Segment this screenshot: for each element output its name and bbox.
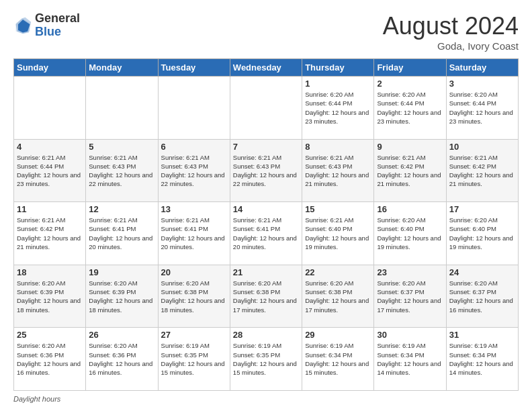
day-cell: 4Sunrise: 6:21 AM Sunset: 6:44 PM Daylig… <box>14 139 86 202</box>
day-info: Sunrise: 6:21 AM Sunset: 6:42 PM Dayligh… <box>377 153 443 189</box>
col-monday: Monday <box>86 59 158 77</box>
daylight-label: Daylight hours <box>13 395 60 403</box>
day-number: 28 <box>233 330 299 340</box>
page: General Blue August 2024 Goda, Ivory Coa… <box>0 0 532 411</box>
day-info: Sunrise: 6:20 AM Sunset: 6:38 PM Dayligh… <box>233 279 299 314</box>
day-number: 4 <box>17 142 83 152</box>
day-cell: 22Sunrise: 6:20 AM Sunset: 6:38 PM Dayli… <box>302 265 374 328</box>
header: General Blue August 2024 Goda, Ivory Coa… <box>13 12 519 52</box>
day-number: 27 <box>161 330 227 340</box>
day-cell: 5Sunrise: 6:21 AM Sunset: 6:43 PM Daylig… <box>86 139 158 202</box>
day-number: 31 <box>449 330 515 340</box>
day-cell: 31Sunrise: 6:19 AM Sunset: 6:34 PM Dayli… <box>446 328 518 391</box>
day-number: 9 <box>377 142 443 152</box>
day-info: Sunrise: 6:20 AM Sunset: 6:37 PM Dayligh… <box>449 279 515 314</box>
logo: General Blue <box>13 12 80 39</box>
logo-blue: Blue <box>35 25 61 38</box>
day-info: Sunrise: 6:21 AM Sunset: 6:40 PM Dayligh… <box>305 216 371 251</box>
day-number: 17 <box>449 204 515 214</box>
day-cell: 20Sunrise: 6:20 AM Sunset: 6:38 PM Dayli… <box>158 265 230 328</box>
day-info: Sunrise: 6:20 AM Sunset: 6:38 PM Dayligh… <box>161 279 227 314</box>
day-cell: 14Sunrise: 6:21 AM Sunset: 6:41 PM Dayli… <box>230 202 302 265</box>
day-info: Sunrise: 6:20 AM Sunset: 6:37 PM Dayligh… <box>377 279 443 314</box>
day-number: 8 <box>305 142 371 152</box>
day-info: Sunrise: 6:21 AM Sunset: 6:42 PM Dayligh… <box>449 153 515 189</box>
day-info: Sunrise: 6:20 AM Sunset: 6:36 PM Dayligh… <box>17 341 83 377</box>
col-sunday: Sunday <box>14 59 86 77</box>
logo-text: General Blue <box>35 12 80 39</box>
col-wednesday: Wednesday <box>230 59 302 77</box>
day-cell: 8Sunrise: 6:21 AM Sunset: 6:43 PM Daylig… <box>302 139 374 202</box>
day-cell: 9Sunrise: 6:21 AM Sunset: 6:42 PM Daylig… <box>374 139 446 202</box>
day-number: 22 <box>305 267 371 277</box>
week-row-2: 4Sunrise: 6:21 AM Sunset: 6:44 PM Daylig… <box>14 139 519 202</box>
col-tuesday: Tuesday <box>158 59 230 77</box>
day-number: 26 <box>89 330 154 340</box>
day-info: Sunrise: 6:21 AM Sunset: 6:41 PM Dayligh… <box>233 216 299 251</box>
day-cell: 26Sunrise: 6:20 AM Sunset: 6:36 PM Dayli… <box>86 328 158 391</box>
day-cell: 16Sunrise: 6:20 AM Sunset: 6:40 PM Dayli… <box>374 202 446 265</box>
day-info: Sunrise: 6:21 AM Sunset: 6:43 PM Dayligh… <box>305 153 371 189</box>
day-cell: 1Sunrise: 6:20 AM Sunset: 6:44 PM Daylig… <box>302 77 374 140</box>
day-number: 2 <box>377 79 443 89</box>
day-cell <box>158 77 230 140</box>
day-number: 10 <box>449 142 515 152</box>
week-row-4: 18Sunrise: 6:20 AM Sunset: 6:39 PM Dayli… <box>14 265 519 328</box>
day-info: Sunrise: 6:19 AM Sunset: 6:34 PM Dayligh… <box>305 341 371 377</box>
logo-icon <box>13 16 32 35</box>
day-number: 16 <box>377 204 443 214</box>
day-number: 30 <box>377 330 443 340</box>
day-number: 3 <box>449 79 515 89</box>
day-cell: 23Sunrise: 6:20 AM Sunset: 6:37 PM Dayli… <box>374 265 446 328</box>
day-info: Sunrise: 6:20 AM Sunset: 6:44 PM Dayligh… <box>449 90 515 126</box>
day-info: Sunrise: 6:19 AM Sunset: 6:35 PM Dayligh… <box>161 341 227 377</box>
col-saturday: Saturday <box>446 59 518 77</box>
day-number: 19 <box>89 267 154 277</box>
day-info: Sunrise: 6:21 AM Sunset: 6:43 PM Dayligh… <box>233 153 299 189</box>
day-number: 21 <box>233 267 299 277</box>
day-cell: 21Sunrise: 6:20 AM Sunset: 6:38 PM Dayli… <box>230 265 302 328</box>
day-cell: 24Sunrise: 6:20 AM Sunset: 6:37 PM Dayli… <box>446 265 518 328</box>
day-info: Sunrise: 6:19 AM Sunset: 6:34 PM Dayligh… <box>449 341 515 377</box>
day-number: 6 <box>161 142 227 152</box>
logo-general: General <box>35 11 80 25</box>
footer: Daylight hours <box>13 395 519 403</box>
day-info: Sunrise: 6:20 AM Sunset: 6:40 PM Dayligh… <box>377 216 443 251</box>
day-cell: 25Sunrise: 6:20 AM Sunset: 6:36 PM Dayli… <box>14 328 86 391</box>
day-number: 7 <box>233 142 299 152</box>
col-friday: Friday <box>374 59 446 77</box>
day-cell: 3Sunrise: 6:20 AM Sunset: 6:44 PM Daylig… <box>446 77 518 140</box>
week-row-5: 25Sunrise: 6:20 AM Sunset: 6:36 PM Dayli… <box>14 328 519 391</box>
day-cell <box>86 77 158 140</box>
day-number: 25 <box>17 330 83 340</box>
day-number: 14 <box>233 204 299 214</box>
day-number: 15 <box>305 204 371 214</box>
day-info: Sunrise: 6:21 AM Sunset: 6:42 PM Dayligh… <box>17 216 83 251</box>
calendar-table: Sunday Monday Tuesday Wednesday Thursday… <box>13 58 519 391</box>
day-number: 23 <box>377 267 443 277</box>
day-cell <box>14 77 86 140</box>
day-cell: 18Sunrise: 6:20 AM Sunset: 6:39 PM Dayli… <box>14 265 86 328</box>
day-cell: 17Sunrise: 6:20 AM Sunset: 6:40 PM Dayli… <box>446 202 518 265</box>
col-thursday: Thursday <box>302 59 374 77</box>
day-number: 24 <box>449 267 515 277</box>
day-number: 5 <box>89 142 154 152</box>
day-info: Sunrise: 6:21 AM Sunset: 6:41 PM Dayligh… <box>89 216 154 251</box>
day-cell: 19Sunrise: 6:20 AM Sunset: 6:39 PM Dayli… <box>86 265 158 328</box>
month-title: August 2024 <box>383 12 519 40</box>
day-cell: 6Sunrise: 6:21 AM Sunset: 6:43 PM Daylig… <box>158 139 230 202</box>
day-info: Sunrise: 6:21 AM Sunset: 6:43 PM Dayligh… <box>161 153 227 189</box>
day-number: 12 <box>89 204 154 214</box>
title-block: August 2024 Goda, Ivory Coast <box>383 12 519 52</box>
day-info: Sunrise: 6:20 AM Sunset: 6:39 PM Dayligh… <box>89 279 154 314</box>
day-info: Sunrise: 6:19 AM Sunset: 6:35 PM Dayligh… <box>233 341 299 377</box>
day-cell: 15Sunrise: 6:21 AM Sunset: 6:40 PM Dayli… <box>302 202 374 265</box>
day-cell: 12Sunrise: 6:21 AM Sunset: 6:41 PM Dayli… <box>86 202 158 265</box>
day-cell <box>230 77 302 140</box>
day-info: Sunrise: 6:20 AM Sunset: 6:40 PM Dayligh… <box>449 216 515 251</box>
day-info: Sunrise: 6:20 AM Sunset: 6:44 PM Dayligh… <box>305 90 371 126</box>
day-info: Sunrise: 6:19 AM Sunset: 6:34 PM Dayligh… <box>377 341 443 377</box>
day-cell: 29Sunrise: 6:19 AM Sunset: 6:34 PM Dayli… <box>302 328 374 391</box>
day-cell: 2Sunrise: 6:20 AM Sunset: 6:44 PM Daylig… <box>374 77 446 140</box>
day-number: 29 <box>305 330 371 340</box>
